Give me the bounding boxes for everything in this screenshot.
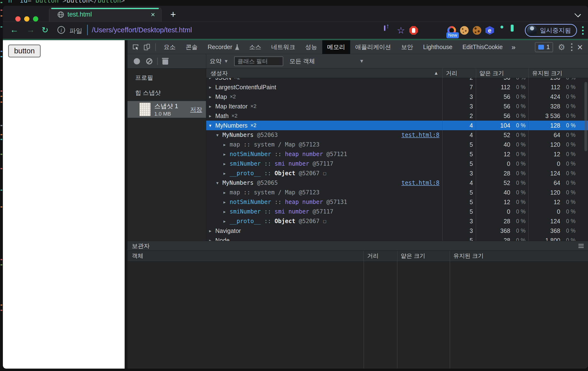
tab-search-chevron-icon[interactable] [574, 11, 581, 17]
column-header-retained-size[interactable]: 유지된 크기 [528, 68, 588, 78]
cookie-extension-icon[interactable] [460, 26, 469, 35]
forward-button[interactable]: → [26, 25, 35, 35]
device-toolbar-icon[interactable] [143, 44, 150, 51]
heap-grid-row[interactable]: ▾MyNumbers @52065test.html:84520 %640 % [206, 178, 588, 188]
heap-grid-row[interactable]: ▸Math×22560 %3 5360 % [206, 111, 588, 121]
clear-profiles-icon[interactable] [146, 58, 152, 64]
hexagon-extension-icon[interactable]: e [485, 26, 494, 35]
class-filter-input[interactable] [234, 56, 283, 66]
column-header-distance[interactable]: 거리 [442, 68, 476, 78]
devtools-tab-소스[interactable]: 소스 [244, 40, 266, 54]
devtools-tab-recorder[interactable]: Recorder [203, 40, 244, 54]
inspect-element-icon[interactable] [132, 44, 139, 51]
maximize-window-traffic-light[interactable] [33, 16, 38, 22]
disclosure-triangle-icon[interactable]: ▸ [209, 228, 215, 234]
save-snapshot-link[interactable]: 저장 [190, 106, 202, 113]
heap-grid-row[interactable]: ▾MyNumbers×241040 %1280 % [206, 121, 588, 130]
delete-snapshot-trash-icon[interactable] [162, 58, 168, 65]
disclosure-triangle-icon[interactable]: ▸ [223, 209, 230, 215]
lighthouse-extension-icon[interactable] [422, 26, 430, 35]
devtools-tab-요소[interactable]: 요소 [159, 40, 181, 54]
disclosure-triangle-icon[interactable]: ▾ [216, 180, 222, 186]
heap-grid-row[interactable]: ▸Map Iterator×23560 %3280 % [206, 101, 588, 111]
devtools-tab-애플리케이션[interactable]: 애플리케이션 [350, 40, 396, 54]
disclosure-triangle-icon[interactable]: ▸ [209, 104, 215, 109]
heap-grid-row[interactable]: ▸map :: system / Map @571235400 %1200 % [206, 188, 588, 197]
tab-close-icon[interactable]: × [151, 11, 155, 19]
disclosure-triangle-icon[interactable]: ▸ [209, 113, 215, 119]
devtools-settings-gear-icon[interactable]: ⚙ [558, 42, 565, 52]
minimize-window-traffic-light[interactable] [24, 16, 29, 22]
source-location-link[interactable]: test.html:8 [401, 132, 442, 138]
devtools-tab-네트워크[interactable]: 네트워크 [266, 40, 300, 54]
new-tab-button[interactable]: + [170, 10, 176, 19]
take-snapshot-record-icon[interactable] [134, 58, 140, 64]
disclosure-triangle-icon[interactable]: ▸ [223, 190, 230, 195]
devtools-tab-성능[interactable]: 성능 [300, 40, 322, 54]
issues-counter-button[interactable]: 1 [535, 42, 553, 52]
disclosure-triangle-icon[interactable]: ▸ [209, 78, 215, 80]
devtools-menu-kebab-icon[interactable] [571, 43, 572, 51]
column-header-retained-size[interactable]: 유지된 크기 [450, 251, 588, 261]
back-button[interactable]: ← [10, 25, 19, 35]
heap-grid-row[interactable]: ▸LargestContentfulPaint71120 %1120 % [206, 82, 588, 92]
column-header-constructor[interactable]: 생성자 ▲ [206, 68, 442, 78]
address-bar-url[interactable]: /Users/yceffort/Desktop/test.html [92, 26, 192, 34]
disclosure-triangle-icon[interactable]: ▾ [209, 123, 215, 128]
heap-grid-row[interactable]: ▸map :: system / Map @571235400 %1200 % [206, 140, 588, 149]
more-tabs-chevron[interactable]: » [508, 43, 519, 51]
column-header-distance[interactable]: 거리 [364, 251, 397, 261]
share-icon[interactable] [384, 26, 393, 35]
column-header-shallow-size[interactable]: 얕은 크기 [397, 251, 450, 261]
devtools-divider[interactable] [125, 40, 127, 369]
column-header-shallow-size[interactable]: 얕은 크기 [476, 68, 528, 78]
heap-grid-row[interactable]: ▸__proto__ :: Object @52067 ☐3280 %1240 … [206, 168, 588, 178]
source-location-link[interactable]: test.html:8 [401, 180, 442, 186]
disclosure-triangle-icon[interactable]: ▸ [209, 238, 215, 241]
profile-chip[interactable]: 일시중지됨 [525, 24, 577, 37]
heap-grid-row[interactable]: ▸__proto__ :: Object @52067 ☐3280 %1240 … [206, 216, 588, 226]
devtools-close-icon[interactable]: × [577, 44, 583, 51]
disclosure-triangle-icon[interactable]: ▸ [223, 199, 230, 205]
disclosure-triangle-icon[interactable]: ▸ [223, 171, 230, 176]
adblock-extension-icon[interactable] [409, 26, 418, 35]
disclosure-triangle-icon[interactable]: ▸ [223, 218, 230, 224]
disclosure-triangle-icon[interactable]: ▸ [223, 161, 230, 167]
page-button[interactable]: button [8, 44, 41, 57]
close-window-traffic-light[interactable] [15, 16, 21, 22]
devtools-tab-보안[interactable]: 보안 [396, 40, 418, 54]
heap-grid-row[interactable]: ▸JSON×22560 %2560 % [206, 78, 588, 82]
site-info-icon[interactable]: i [57, 26, 65, 34]
disclosure-triangle-icon[interactable]: ▸ [209, 94, 215, 99]
disclosure-triangle-icon[interactable]: ▸ [209, 85, 215, 90]
side-panel-icon[interactable] [511, 26, 519, 35]
heap-grid-row[interactable]: ▸Navigator33680 %3680 % [206, 226, 588, 236]
retainers-titlebar[interactable]: 보관자 [127, 241, 588, 251]
heap-grid-row[interactable]: ▸notSmiNumber :: heap number @571315120 … [206, 197, 588, 207]
snapshot-list-item[interactable]: 스냅샷 1 1.0 MB 저장 [127, 101, 206, 118]
dark-cookie-extension-icon[interactable] [473, 26, 481, 35]
disclosure-triangle-icon[interactable]: ▸ [223, 142, 230, 147]
heap-grid-row[interactable]: ▸smiNumber :: smi number @57117500 %00 % [206, 207, 588, 216]
disclosure-triangle-icon[interactable]: ▾ [216, 132, 222, 138]
puzzle-extensions-icon[interactable] [498, 26, 507, 35]
scrollbar-thumb[interactable] [584, 82, 587, 151]
heap-grid-row[interactable]: ▸Map×23560 %4240 % [206, 92, 588, 101]
gray-extension-icon[interactable] [435, 26, 443, 35]
bookmark-star-icon[interactable]: ☆ [397, 26, 405, 35]
heap-grid-row[interactable]: ▸smiNumber :: smi number @57117500 %00 % [206, 159, 588, 168]
heap-grid-row[interactable]: ▸Node5280 %1 8000 % [206, 236, 588, 241]
heap-grid-row[interactable]: ▾MyNumbers @52063test.html:84520 %640 % [206, 130, 588, 140]
perspective-select[interactable]: 요약 ▼ [210, 57, 229, 65]
devtools-tab-lighthouse[interactable]: Lighthouse [418, 40, 457, 54]
retainers-menu-icon[interactable] [578, 244, 584, 248]
objects-scope-select[interactable]: 모든 객체 ▼ [289, 57, 364, 65]
devtools-tab-editthiscookie[interactable]: EditThisCookie [457, 40, 508, 54]
disclosure-triangle-icon[interactable]: ▸ [223, 152, 230, 157]
colorful-extension-icon[interactable]: New [447, 26, 456, 35]
browser-tab[interactable]: test.html × [49, 7, 161, 22]
heap-grid-row[interactable]: ▸notSmiNumber :: heap number @571215120 … [206, 149, 588, 159]
devtools-tab-콘솔[interactable]: 콘솔 [181, 40, 203, 54]
reload-button[interactable]: ↻ [42, 25, 49, 35]
column-header-object[interactable]: 객체 [127, 251, 364, 261]
